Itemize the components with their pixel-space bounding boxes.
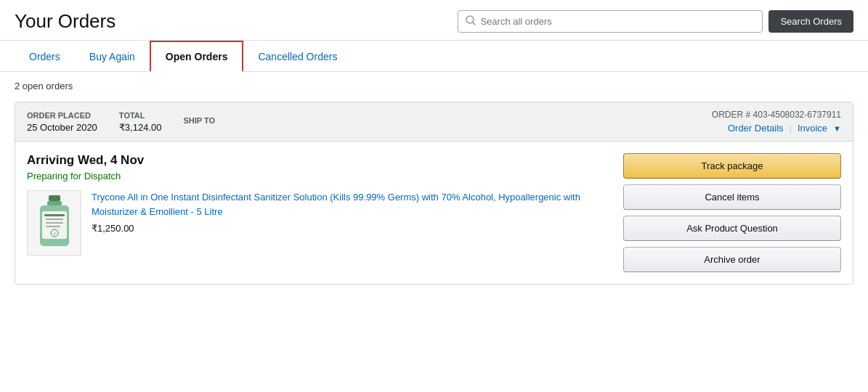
- dispatch-status: Preparing for Dispatch: [27, 171, 609, 181]
- tab-buy-again[interactable]: Buy Again: [75, 42, 150, 71]
- product-info: Trycone All in One Instant Disinfectant …: [92, 190, 609, 234]
- tabs-bar: Orders Buy Again Open Orders Cancelled O…: [0, 41, 868, 72]
- svg-rect-2: [49, 195, 60, 201]
- order-total-value: ₹3,124.00: [119, 122, 162, 133]
- order-header-right: ORDER # 403-4508032-6737911 Order Detail…: [712, 110, 841, 134]
- order-main: Arriving Wed, 4 Nov Preparing for Dispat…: [27, 153, 609, 272]
- invoice-dropdown-icon[interactable]: ▼: [833, 124, 841, 133]
- page-title: Your Orders: [15, 10, 115, 33]
- cancel-items-button[interactable]: Cancel items: [623, 184, 841, 210]
- product-image-svg: ✓: [33, 194, 76, 252]
- archive-order-button[interactable]: Archive order: [623, 247, 841, 272]
- product-name-link[interactable]: Trycone All in One Instant Disinfectant …: [92, 190, 609, 219]
- order-header: ORDER PLACED 25 October 2020 TOTAL ₹3,12…: [15, 102, 853, 142]
- order-placed-value: 25 October 2020: [27, 122, 97, 133]
- arriving-title: Arriving Wed, 4 Nov: [27, 153, 609, 168]
- svg-rect-3: [47, 201, 62, 205]
- order-links: Order Details | Invoice ▼: [728, 123, 841, 134]
- order-body: Arriving Wed, 4 Nov Preparing for Dispat…: [15, 142, 853, 284]
- svg-text:✓: ✓: [52, 232, 56, 236]
- ask-product-question-button[interactable]: Ask Product Question: [623, 216, 841, 241]
- tab-orders[interactable]: Orders: [15, 42, 75, 71]
- search-area: Search Orders: [458, 10, 853, 33]
- order-number: ORDER # 403-4508032-6737911: [712, 110, 841, 120]
- page-header: Your Orders Search Orders: [0, 0, 868, 41]
- track-package-button[interactable]: Track package: [623, 153, 841, 179]
- search-orders-button[interactable]: Search Orders: [768, 10, 853, 33]
- order-ship-to-group: SHIP TO: [183, 116, 215, 127]
- svg-rect-7: [46, 219, 63, 220]
- order-total-group: TOTAL ₹3,124.00: [119, 111, 162, 133]
- order-card: ORDER PLACED 25 October 2020 TOTAL ₹3,12…: [15, 102, 853, 285]
- svg-rect-8: [46, 222, 63, 224]
- order-placed-label: ORDER PLACED: [27, 111, 97, 120]
- product-price: ₹1,250.00: [92, 223, 609, 234]
- orders-count: 2 open orders: [15, 81, 853, 91]
- search-input-wrapper: [458, 10, 763, 33]
- main-content: 2 open orders ORDER PLACED 25 October 20…: [0, 72, 868, 305]
- product-row: ✓ Trycone All in One Instant Disinfectan…: [27, 190, 609, 256]
- search-input[interactable]: [480, 16, 755, 27]
- svg-rect-6: [44, 214, 65, 216]
- svg-rect-9: [46, 226, 60, 227]
- order-actions: Track package Cancel items Ask Product Q…: [623, 153, 841, 272]
- order-details-link[interactable]: Order Details: [728, 123, 784, 134]
- tab-cancelled-orders[interactable]: Cancelled Orders: [243, 42, 352, 71]
- svg-line-1: [473, 23, 476, 25]
- order-total-label: TOTAL: [119, 111, 162, 120]
- order-ship-to-label: SHIP TO: [183, 116, 215, 125]
- product-image: ✓: [27, 190, 81, 256]
- search-icon: [466, 15, 476, 28]
- order-placed-group: ORDER PLACED 25 October 2020: [27, 111, 97, 133]
- tab-open-orders[interactable]: Open Orders: [150, 41, 244, 71]
- order-links-divider: |: [790, 123, 792, 134]
- invoice-link[interactable]: Invoice: [798, 123, 827, 134]
